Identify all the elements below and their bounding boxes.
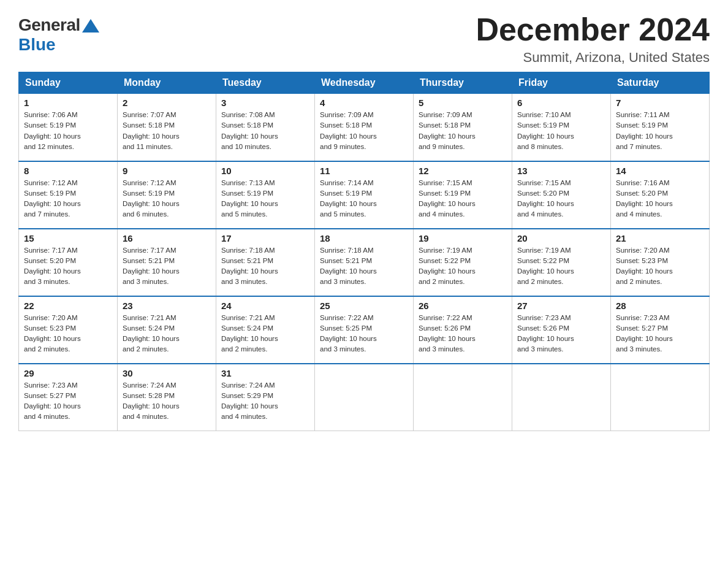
day-number: 27 xyxy=(517,301,605,311)
day-info: Sunrise: 7:20 AMSunset: 5:23 PMDaylight:… xyxy=(616,245,704,288)
day-number: 29 xyxy=(24,368,112,378)
day-info: Sunrise: 7:22 AMSunset: 5:26 PMDaylight:… xyxy=(419,313,507,355)
day-info: Sunrise: 7:11 AMSunset: 5:19 PMDaylight:… xyxy=(616,110,704,152)
day-info: Sunrise: 7:23 AMSunset: 5:27 PMDaylight:… xyxy=(616,313,704,355)
day-info: Sunrise: 7:12 AMSunset: 5:19 PMDaylight:… xyxy=(123,178,211,220)
day-info: Sunrise: 7:21 AMSunset: 5:24 PMDaylight:… xyxy=(123,313,211,355)
week-row-4: 22 Sunrise: 7:20 AMSunset: 5:23 PMDaylig… xyxy=(19,296,710,364)
day-info: Sunrise: 7:23 AMSunset: 5:26 PMDaylight:… xyxy=(517,313,605,355)
logo-triangle-icon xyxy=(82,19,99,33)
week-row-5: 29 Sunrise: 7:23 AMSunset: 5:27 PMDaylig… xyxy=(19,364,710,431)
calendar-cell: 29 Sunrise: 7:23 AMSunset: 5:27 PMDaylig… xyxy=(19,364,118,431)
day-info: Sunrise: 7:23 AMSunset: 5:27 PMDaylight:… xyxy=(24,380,112,423)
weekday-header-thursday: Thursday xyxy=(414,72,512,94)
calendar-cell: 13 Sunrise: 7:15 AMSunset: 5:20 PMDaylig… xyxy=(512,161,611,229)
weekday-header-tuesday: Tuesday xyxy=(216,72,315,94)
calendar-cell: 30 Sunrise: 7:24 AMSunset: 5:28 PMDaylig… xyxy=(118,364,216,431)
week-row-3: 15 Sunrise: 7:17 AMSunset: 5:20 PMDaylig… xyxy=(19,229,710,296)
title-block: December 2024 Summit, Arizona, United St… xyxy=(476,12,710,66)
day-info: Sunrise: 7:20 AMSunset: 5:23 PMDaylight:… xyxy=(24,313,112,355)
day-info: Sunrise: 7:09 AMSunset: 5:18 PMDaylight:… xyxy=(419,110,507,152)
calendar-cell: 20 Sunrise: 7:19 AMSunset: 5:22 PMDaylig… xyxy=(512,229,611,296)
day-info: Sunrise: 7:21 AMSunset: 5:24 PMDaylight:… xyxy=(221,313,309,355)
day-number: 22 xyxy=(24,301,112,311)
calendar-cell xyxy=(512,364,611,431)
day-info: Sunrise: 7:22 AMSunset: 5:25 PMDaylight:… xyxy=(320,313,408,355)
day-info: Sunrise: 7:24 AMSunset: 5:29 PMDaylight:… xyxy=(221,380,309,423)
day-number: 24 xyxy=(221,301,309,311)
calendar-cell: 11 Sunrise: 7:14 AMSunset: 5:19 PMDaylig… xyxy=(315,161,414,229)
day-number: 5 xyxy=(419,98,507,108)
calendar-body: 1 Sunrise: 7:06 AMSunset: 5:19 PMDayligh… xyxy=(19,94,710,431)
calendar-cell: 9 Sunrise: 7:12 AMSunset: 5:19 PMDayligh… xyxy=(118,161,216,229)
calendar-cell: 31 Sunrise: 7:24 AMSunset: 5:29 PMDaylig… xyxy=(216,364,315,431)
calendar-cell: 23 Sunrise: 7:21 AMSunset: 5:24 PMDaylig… xyxy=(118,296,216,364)
day-info: Sunrise: 7:18 AMSunset: 5:21 PMDaylight:… xyxy=(320,245,408,288)
location-title: Summit, Arizona, United States xyxy=(476,50,710,66)
calendar-cell: 8 Sunrise: 7:12 AMSunset: 5:19 PMDayligh… xyxy=(19,161,118,229)
calendar-cell: 18 Sunrise: 7:18 AMSunset: 5:21 PMDaylig… xyxy=(315,229,414,296)
day-number: 18 xyxy=(320,233,408,243)
calendar-cell: 4 Sunrise: 7:09 AMSunset: 5:18 PMDayligh… xyxy=(315,94,414,161)
day-number: 17 xyxy=(221,233,309,243)
calendar-cell: 28 Sunrise: 7:23 AMSunset: 5:27 PMDaylig… xyxy=(611,296,710,364)
weekday-header-saturday: Saturday xyxy=(611,72,710,94)
weekday-header-friday: Friday xyxy=(512,72,611,94)
day-number: 10 xyxy=(221,166,309,176)
calendar-cell xyxy=(414,364,512,431)
day-number: 2 xyxy=(123,98,211,108)
day-number: 13 xyxy=(517,166,605,176)
day-info: Sunrise: 7:10 AMSunset: 5:19 PMDaylight:… xyxy=(517,110,605,152)
weekday-header-monday: Monday xyxy=(118,72,216,94)
day-info: Sunrise: 7:13 AMSunset: 5:19 PMDaylight:… xyxy=(221,178,309,220)
calendar-cell: 1 Sunrise: 7:06 AMSunset: 5:19 PMDayligh… xyxy=(19,94,118,161)
day-number: 20 xyxy=(517,233,605,243)
day-number: 25 xyxy=(320,301,408,311)
day-number: 19 xyxy=(419,233,507,243)
day-number: 15 xyxy=(24,233,112,243)
day-info: Sunrise: 7:17 AMSunset: 5:21 PMDaylight:… xyxy=(123,245,211,288)
calendar-cell: 22 Sunrise: 7:20 AMSunset: 5:23 PMDaylig… xyxy=(19,296,118,364)
calendar-cell: 2 Sunrise: 7:07 AMSunset: 5:18 PMDayligh… xyxy=(118,94,216,161)
calendar-cell xyxy=(315,364,414,431)
calendar-cell: 17 Sunrise: 7:18 AMSunset: 5:21 PMDaylig… xyxy=(216,229,315,296)
month-title: December 2024 xyxy=(476,12,710,47)
day-info: Sunrise: 7:12 AMSunset: 5:19 PMDaylight:… xyxy=(24,178,112,220)
day-number: 30 xyxy=(123,368,211,378)
day-number: 9 xyxy=(123,166,211,176)
calendar-cell: 14 Sunrise: 7:16 AMSunset: 5:20 PMDaylig… xyxy=(611,161,710,229)
day-number: 31 xyxy=(221,368,309,378)
calendar-cell: 24 Sunrise: 7:21 AMSunset: 5:24 PMDaylig… xyxy=(216,296,315,364)
day-number: 12 xyxy=(419,166,507,176)
day-info: Sunrise: 7:19 AMSunset: 5:22 PMDaylight:… xyxy=(419,245,507,288)
calendar-cell: 7 Sunrise: 7:11 AMSunset: 5:19 PMDayligh… xyxy=(611,94,710,161)
day-info: Sunrise: 7:07 AMSunset: 5:18 PMDaylight:… xyxy=(123,110,211,152)
day-number: 7 xyxy=(616,98,704,108)
day-number: 1 xyxy=(24,98,112,108)
day-number: 14 xyxy=(616,166,704,176)
calendar-cell: 21 Sunrise: 7:20 AMSunset: 5:23 PMDaylig… xyxy=(611,229,710,296)
day-number: 16 xyxy=(123,233,211,243)
calendar-header: SundayMondayTuesdayWednesdayThursdayFrid… xyxy=(19,72,710,94)
calendar-cell: 26 Sunrise: 7:22 AMSunset: 5:26 PMDaylig… xyxy=(414,296,512,364)
week-row-1: 1 Sunrise: 7:06 AMSunset: 5:19 PMDayligh… xyxy=(19,94,710,161)
logo-general-text: General xyxy=(18,15,80,35)
day-info: Sunrise: 7:19 AMSunset: 5:22 PMDaylight:… xyxy=(517,245,605,288)
calendar-cell: 15 Sunrise: 7:17 AMSunset: 5:20 PMDaylig… xyxy=(19,229,118,296)
logo-blue-text: Blue xyxy=(18,35,56,55)
day-info: Sunrise: 7:15 AMSunset: 5:19 PMDaylight:… xyxy=(419,178,507,220)
day-number: 8 xyxy=(24,166,112,176)
calendar-cell: 10 Sunrise: 7:13 AMSunset: 5:19 PMDaylig… xyxy=(216,161,315,229)
day-info: Sunrise: 7:16 AMSunset: 5:20 PMDaylight:… xyxy=(616,178,704,220)
day-info: Sunrise: 7:24 AMSunset: 5:28 PMDaylight:… xyxy=(123,380,211,423)
day-number: 11 xyxy=(320,166,408,176)
weekday-header-wednesday: Wednesday xyxy=(315,72,414,94)
day-info: Sunrise: 7:15 AMSunset: 5:20 PMDaylight:… xyxy=(517,178,605,220)
calendar-cell: 5 Sunrise: 7:09 AMSunset: 5:18 PMDayligh… xyxy=(414,94,512,161)
calendar-cell: 27 Sunrise: 7:23 AMSunset: 5:26 PMDaylig… xyxy=(512,296,611,364)
weekday-header-sunday: Sunday xyxy=(19,72,118,94)
weekday-header-row: SundayMondayTuesdayWednesdayThursdayFrid… xyxy=(19,72,710,94)
calendar-cell: 3 Sunrise: 7:08 AMSunset: 5:18 PMDayligh… xyxy=(216,94,315,161)
day-info: Sunrise: 7:18 AMSunset: 5:21 PMDaylight:… xyxy=(221,245,309,288)
day-number: 21 xyxy=(616,233,704,243)
